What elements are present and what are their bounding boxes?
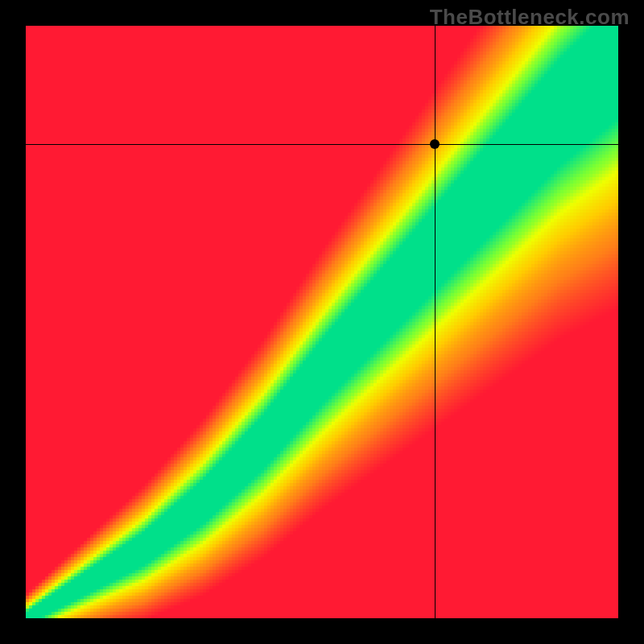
chart-frame: TheBottleneck.com — [0, 0, 644, 644]
plot-area — [26, 26, 618, 618]
watermark-text: TheBottleneck.com — [430, 5, 630, 30]
heatmap-canvas — [26, 26, 618, 618]
